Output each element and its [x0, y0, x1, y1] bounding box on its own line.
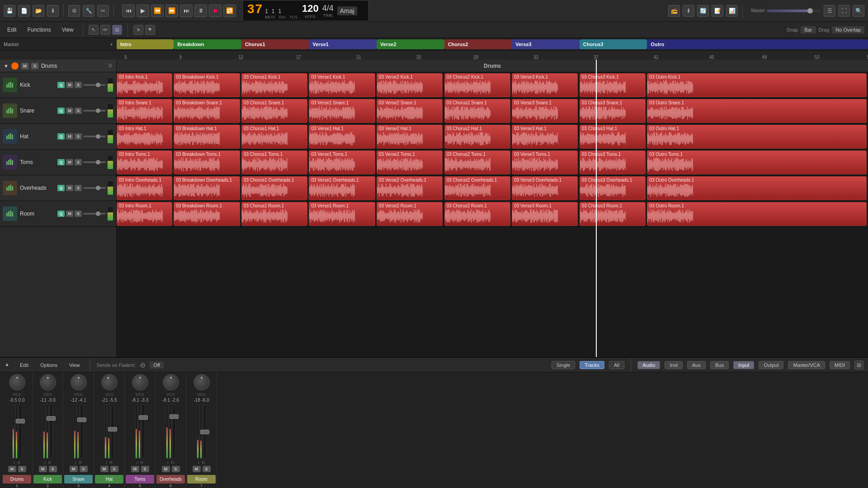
group-mute-btn[interactable]: M — [21, 63, 28, 69]
ch-solo-room[interactable]: S — [203, 466, 211, 472]
track-fader-snare[interactable] — [83, 110, 106, 112]
mixer-view-menu[interactable]: View — [66, 361, 84, 369]
pan-knob-room[interactable] — [193, 374, 210, 390]
new-icon-btn[interactable]: 📄 — [18, 5, 30, 17]
ch-mute-drums[interactable]: M — [8, 466, 16, 472]
mixer-collapse-btn[interactable]: ▲ — [5, 361, 12, 369]
fader-handle-snare[interactable] — [77, 418, 86, 422]
bounce-icon-btn[interactable]: ⬇ — [47, 5, 59, 17]
track-q-btn-room[interactable]: Q — [57, 211, 65, 217]
track-q-btn-overheads[interactable]: Q — [57, 185, 65, 191]
download-btn[interactable]: ⬇ — [683, 5, 694, 17]
track-fader-room[interactable] — [83, 213, 106, 215]
ch-mute-toms[interactable]: M — [131, 466, 139, 472]
score-btn[interactable]: 📝 — [712, 5, 723, 17]
clip-hat-breakdown[interactable]: 03 Breakdown Hat.1 — [174, 125, 240, 149]
fader-track-snare[interactable] — [80, 404, 84, 459]
clip-hat-chorus3[interactable]: 03 Chorus3 Hat.1 — [580, 125, 646, 149]
track-mute-btn-snare[interactable]: M — [66, 108, 73, 114]
clip-snare-outro[interactable]: 03 Outro Snare.1 — [647, 99, 866, 123]
track-fader-kick[interactable] — [83, 84, 106, 86]
clip-kick-chorus3[interactable]: 03 Chorus3 Kick.1 — [580, 73, 646, 97]
clip-overheads-outro[interactable]: 03 Outro Overheads.1 — [647, 176, 866, 200]
cursor-mode[interactable]: 🖱 — [133, 25, 143, 35]
clip-overheads-chorus1[interactable]: 03 Chorus1 Overheads.1 — [241, 176, 307, 200]
clip-hat-verse1[interactable]: 03 Verse1 Hat.1 — [309, 125, 375, 149]
ch-solo-drums[interactable]: S — [18, 466, 26, 472]
ch-mute-kick[interactable]: M — [39, 466, 47, 472]
save-icon-btn[interactable]: 💾 — [4, 5, 15, 17]
clip-overheads-intro[interactable]: 03 Intro Overheads.1 — [117, 176, 172, 200]
clip-toms-chorus1[interactable]: 03 Chorus1 Toms.1 — [241, 150, 307, 174]
ch-solo-snare[interactable]: S — [80, 466, 88, 472]
marker-section-chorus1[interactable]: Chorus1 — [241, 39, 309, 49]
pan-knob-kick[interactable] — [40, 374, 56, 390]
track-solo-btn-room[interactable]: S — [75, 211, 82, 217]
fader-track-kick[interactable] — [49, 404, 53, 459]
clip-kick-verse3[interactable]: 03 Verse3 Kick.1 — [512, 73, 578, 97]
marker-section-chorus3[interactable]: Chorus3 — [580, 39, 647, 49]
fader-handle-kick[interactable] — [47, 416, 56, 421]
marker-section-outro[interactable]: Outro — [647, 39, 868, 49]
mixer-grid-icon[interactable]: ⊞ — [854, 361, 863, 370]
drag-value[interactable]: No Overlap — [832, 26, 864, 33]
flag-mode[interactable]: ⚑ — [145, 25, 155, 35]
ch-mute-overheads[interactable]: M — [162, 466, 170, 472]
view-menu[interactable]: View — [58, 26, 77, 34]
track-mute-btn-hat[interactable]: M — [66, 133, 73, 140]
clip-overheads-chorus3[interactable]: 03 Chorus3 Overheads.1 — [580, 176, 646, 200]
track-solo-btn-overheads[interactable]: S — [75, 185, 82, 191]
track-fader-overheads[interactable] — [83, 187, 106, 189]
add-marker-btn[interactable]: + — [110, 42, 113, 47]
monitor-btn[interactable]: 📻 — [668, 5, 680, 17]
clip-toms-intro[interactable]: 03 Intro Toms.1 — [117, 150, 172, 174]
filter-input[interactable]: Input — [733, 361, 754, 369]
edit-menu[interactable]: Edit — [4, 26, 20, 34]
clip-hat-chorus1[interactable]: 03 Chorus1 Hat.1 — [241, 125, 307, 149]
clip-overheads-verse2[interactable]: 03 Verse2 Overheads.1 — [377, 176, 443, 200]
filter-output[interactable]: Output — [759, 361, 783, 369]
filter-audio[interactable]: Audio — [637, 361, 660, 369]
group-solo-btn[interactable]: S — [31, 63, 38, 69]
ch-mute-snare[interactable]: M — [70, 466, 78, 472]
play-btn[interactable]: ▶ — [137, 5, 149, 17]
track-solo-btn-snare[interactable]: S — [75, 108, 82, 114]
clip-snare-chorus1[interactable]: 03 Chorus1 Snare.1 — [241, 99, 307, 123]
pan-knob-overheads[interactable] — [163, 374, 179, 390]
clip-room-chorus3[interactable]: 03 Chorus3 Room.1 — [580, 202, 646, 226]
clip-hat-chorus2[interactable]: 03 Chorus2 Hat.1 — [444, 125, 510, 149]
filter-master-vca[interactable]: Master/VCA — [788, 361, 825, 369]
clip-overheads-verse3[interactable]: 03 Verse3 Overheads.1 — [512, 176, 578, 200]
ch-solo-overheads[interactable]: S — [172, 466, 180, 472]
fader-track-room[interactable] — [203, 404, 207, 459]
clip-room-chorus1[interactable]: 03 Chorus1 Room.1 — [241, 202, 307, 226]
clip-kick-chorus2[interactable]: 03 Chorus2 Kick.1 — [444, 73, 510, 97]
clip-snare-chorus3[interactable]: 03 Chorus3 Snare.1 — [580, 99, 646, 123]
fader-handle-drums[interactable] — [16, 419, 25, 423]
list-btn[interactable]: ☰ — [824, 5, 835, 17]
track-solo-btn-kick[interactable]: S — [75, 82, 82, 88]
clip-room-intro[interactable]: 03 Intro Room.1 — [117, 202, 172, 226]
clip-kick-chorus1[interactable]: 03 Chorus1 Kick.1 — [241, 73, 307, 97]
tab-all[interactable]: All — [609, 361, 624, 369]
sends-off-val[interactable]: Off — [150, 361, 163, 369]
track-q-btn-kick[interactable]: Q — [57, 82, 65, 88]
filter-bus[interactable]: Bus — [710, 361, 729, 369]
fader-handle-room[interactable] — [200, 430, 209, 434]
track-mute-btn-toms[interactable]: M — [66, 159, 73, 165]
settings-icon-btn[interactable]: ⚙ — [68, 5, 80, 17]
marker-section-intro[interactable]: Intro — [117, 39, 174, 49]
clip-hat-verse2[interactable]: 03 Verse2 Hat.1 — [377, 125, 443, 149]
prev-marker-btn[interactable]: ⏭ — [180, 5, 193, 17]
key-display[interactable]: Amaj — [337, 6, 357, 15]
clip-overheads-chorus2[interactable]: 03 Chorus2 Overheads.1 — [444, 176, 510, 200]
fader-track-hat[interactable] — [111, 404, 114, 459]
marker-section-breakdown[interactable]: Breakdown — [174, 39, 241, 49]
clip-toms-verse1[interactable]: 03 Verse1 Toms.1 — [309, 150, 375, 174]
clip-room-outro[interactable]: 03 Outro Room.1 — [647, 202, 866, 226]
cpu-btn[interactable]: 📊 — [726, 5, 738, 17]
clip-kick-verse2[interactable]: 03 Verse2 Kick.1 — [377, 73, 443, 97]
fader-handle-hat[interactable] — [108, 427, 117, 432]
clip-snare-chorus2[interactable]: 03 Chorus2 Snare.1 — [444, 99, 510, 123]
clip-toms-outro[interactable]: 03 Outro Toms.1 — [647, 150, 866, 174]
